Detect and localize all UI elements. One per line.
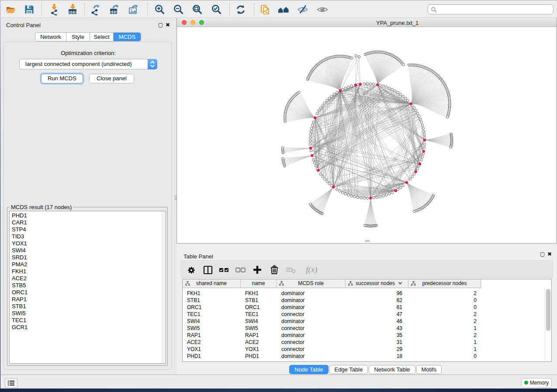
svg-text:f(x): f(x) bbox=[306, 265, 317, 275]
